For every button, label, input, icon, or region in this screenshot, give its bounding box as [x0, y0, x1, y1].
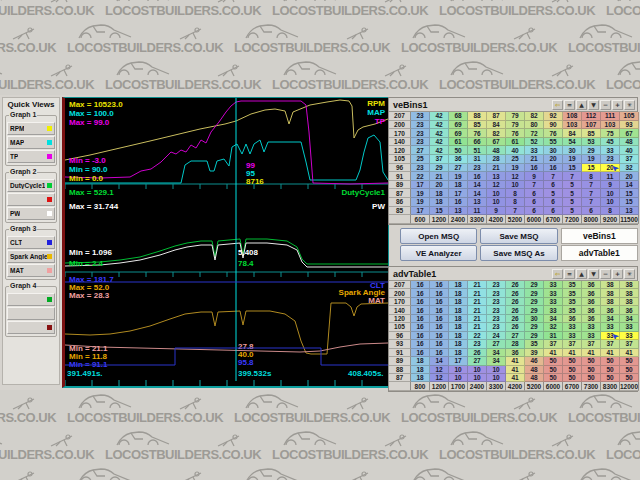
table-cell[interactable]: 10	[487, 374, 506, 382]
table-cell[interactable]: 46	[525, 357, 544, 365]
table-cell[interactable]: 26	[506, 323, 525, 331]
table-cell[interactable]: 50	[601, 374, 620, 382]
table-cell[interactable]: 50	[601, 366, 620, 374]
table-cell[interactable]: 15	[620, 189, 639, 198]
table-cell[interactable]: 26	[506, 315, 525, 323]
table-cell[interactable]: 13	[487, 172, 506, 181]
table-cell[interactable]: 41	[620, 349, 639, 357]
table-cell[interactable]: 50	[449, 146, 468, 155]
table-cell[interactable]: 23	[487, 306, 506, 314]
table-cell[interactable]: 21	[468, 323, 487, 331]
table-cell[interactable]: 11	[601, 172, 620, 181]
table-cell[interactable]: 23	[487, 289, 506, 297]
table-cell[interactable]: 16	[430, 281, 449, 289]
table-cell[interactable]: 16	[430, 332, 449, 340]
table-cell[interactable]: 27	[506, 332, 525, 340]
table-cell[interactable]: 10	[506, 181, 525, 190]
table-cell[interactable]: 7	[582, 189, 601, 198]
table-cell[interactable]: 50	[601, 357, 620, 365]
table-cell[interactable]: 6	[525, 207, 544, 216]
table-cell[interactable]: 15	[430, 207, 449, 216]
table-cell[interactable]: 28	[487, 155, 506, 164]
table-cell[interactable]: 29	[582, 146, 601, 155]
channel-button-tp[interactable]: TP	[7, 150, 55, 163]
table-cell[interactable]: 50	[620, 366, 639, 374]
table-cell[interactable]: 17	[411, 207, 430, 216]
table-cell[interactable]: 9	[487, 207, 506, 216]
table-cell[interactable]: 69	[449, 121, 468, 130]
table-cell[interactable]: 111	[601, 112, 620, 121]
table-cell[interactable]: 112	[582, 112, 601, 121]
table-cell[interactable]: 36	[582, 281, 601, 289]
table-cell[interactable]: 35	[563, 306, 582, 314]
table-cell[interactable]: 76	[506, 129, 525, 138]
down-arrow-icon[interactable]: ▼	[588, 100, 599, 110]
table-cell[interactable]: 92	[544, 112, 563, 121]
table-cell[interactable]: 16	[411, 323, 430, 331]
table-cell[interactable]: 39	[525, 349, 544, 357]
table-cell[interactable]: 17	[411, 181, 430, 190]
table-cell[interactable]: 41	[601, 349, 620, 357]
table-cell[interactable]: 29	[525, 289, 544, 297]
table-cell[interactable]: 18	[449, 315, 468, 323]
channel-button-empty[interactable]	[7, 293, 55, 306]
asterisk-icon[interactable]: ✳	[624, 100, 635, 110]
table-cell[interactable]: 20	[620, 172, 639, 181]
table-cell[interactable]: 29	[525, 298, 544, 306]
table-cell[interactable]: 26	[506, 306, 525, 314]
table-cell[interactable]: 50	[563, 357, 582, 365]
table-cell[interactable]: 33	[544, 306, 563, 314]
table-cell[interactable]: 19	[411, 198, 430, 207]
table-cell[interactable]: 40	[506, 146, 525, 155]
table-cell[interactable]: 34	[620, 315, 639, 323]
table-cell[interactable]: 8	[506, 198, 525, 207]
table-cell[interactable]: 13	[449, 207, 468, 216]
table-cell[interactable]: 30	[544, 146, 563, 155]
table-cell[interactable]: 35	[563, 298, 582, 306]
table-cell[interactable]: 16	[430, 315, 449, 323]
channel-button-empty[interactable]	[7, 307, 55, 320]
channel-button-empty[interactable]	[7, 321, 55, 334]
table-cell[interactable]: 79	[506, 112, 525, 121]
table-cell[interactable]: 66	[468, 138, 487, 147]
table-cell[interactable]: 21	[487, 164, 506, 173]
table-cell[interactable]: 41	[563, 349, 582, 357]
table-cell[interactable]: 33	[525, 146, 544, 155]
table-cell[interactable]: 5	[563, 207, 582, 216]
table-cell[interactable]: 16	[411, 281, 430, 289]
table-cell[interactable]: 18	[449, 298, 468, 306]
channel-button-spark-angle[interactable]: Spark Angle	[7, 250, 55, 263]
table-cell[interactable]: 33	[544, 289, 563, 297]
table-cell[interactable]: 50	[582, 357, 601, 365]
table-cell[interactable]: 103	[563, 121, 582, 130]
table-cell[interactable]: 38	[620, 298, 639, 306]
equals-icon[interactable]: =	[564, 100, 575, 110]
back-icon[interactable]: ⇦	[552, 269, 563, 279]
plus-icon[interactable]: +	[612, 100, 623, 110]
table-cell[interactable]: 51	[468, 146, 487, 155]
minus-icon[interactable]: −	[600, 269, 611, 279]
table-cell[interactable]: 20➤	[601, 164, 620, 173]
back-icon[interactable]: ⇦	[552, 100, 563, 110]
table-cell[interactable]: 35	[563, 281, 582, 289]
table-cell[interactable]: 84	[487, 121, 506, 130]
table-cell[interactable]: 18	[449, 349, 468, 357]
channel-button-pw[interactable]: PW	[7, 207, 55, 220]
table-cell[interactable]: 18	[449, 323, 468, 331]
table-cell[interactable]: 88	[468, 112, 487, 121]
table-cell[interactable]: 38	[620, 289, 639, 297]
table-cell[interactable]: 76	[468, 129, 487, 138]
table-cell[interactable]: 33	[582, 323, 601, 331]
table-cell[interactable]: 41	[582, 349, 601, 357]
table-cell[interactable]: 21	[468, 289, 487, 297]
table-cell[interactable]: 33	[620, 323, 639, 331]
table-cell[interactable]: 21	[525, 155, 544, 164]
table-cell[interactable]: 12	[430, 374, 449, 382]
save-msq-button[interactable]: Save MSQ	[480, 228, 557, 244]
table-cell[interactable]: 34	[487, 357, 506, 365]
table-cell[interactable]: 10	[601, 189, 620, 198]
table-cell[interactable]: 16	[468, 172, 487, 181]
table-cell[interactable]: 21	[468, 298, 487, 306]
table-cell[interactable]: 21	[468, 281, 487, 289]
table-cell[interactable]: 18	[449, 340, 468, 348]
